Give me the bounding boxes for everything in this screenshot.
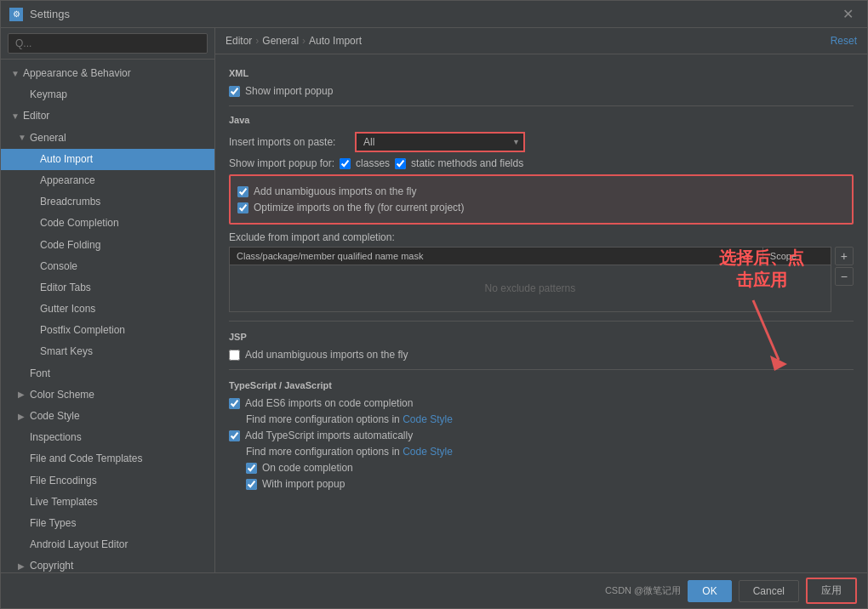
sidebar-item-copyright[interactable]: ▶ Copyright (1, 555, 214, 572)
sidebar-item-android-layout-editor[interactable]: Android Layout Editor (1, 534, 214, 555)
sidebar-item-code-folding[interactable]: Code Folding (1, 235, 214, 256)
java-section-title: Java (229, 115, 854, 125)
sidebar-item-general[interactable]: ▼ General (1, 128, 214, 149)
ts-es6-checkbox[interactable] (229, 398, 240, 409)
ok-button[interactable]: OK (688, 580, 731, 602)
breadcrumb-sep: › (302, 35, 306, 47)
sidebar-item-label: Appearance & Behavior (23, 65, 131, 82)
jsp-add-unambiguous-row: Add unambiguous imports on the fly (229, 349, 854, 361)
table-col2-header: Scope (762, 248, 831, 265)
sidebar-item-postfix-completion[interactable]: Postfix Completion (1, 320, 214, 341)
ts-es6-label[interactable]: Add ES6 imports on code completion (245, 397, 413, 409)
sidebar-item-color-scheme[interactable]: ▶ Color Scheme (1, 384, 214, 406)
cancel-button[interactable]: Cancel (739, 580, 799, 602)
ts-find-config-2: Find more configuration options in (246, 446, 400, 458)
title-bar: ⚙ Settings ✕ (1, 1, 867, 28)
sidebar-item-appearance-behavior[interactable]: ▼ Appearance & Behavior (1, 63, 214, 84)
ts-section: TypeScript / JavaScript Add ES6 imports … (229, 380, 854, 490)
sidebar-item-file-types[interactable]: File Types (1, 513, 214, 534)
ts-code-style-link-2[interactable]: Code Style (403, 446, 453, 458)
jsp-unambiguous-checkbox[interactable] (229, 350, 240, 361)
sidebar-item-auto-import[interactable]: Auto Import (1, 149, 214, 170)
sidebar-item-label: Auto Import (40, 151, 93, 168)
sidebar-item-label: Color Scheme (30, 387, 94, 403)
sidebar-item-label: Appearance (40, 173, 95, 189)
show-popup-for-label: Show import popup for: (229, 157, 334, 169)
sidebar-item-live-templates[interactable]: Live Templates (1, 492, 214, 513)
sidebar-item-label: Console (40, 259, 77, 275)
ts-popup-label[interactable]: With import popup (262, 478, 345, 490)
insert-imports-dropdown[interactable]: All Ask None (355, 132, 525, 152)
settings-window: ⚙ Settings ✕ ▼ Appearance & Behavior Key… (0, 0, 868, 609)
apply-button[interactable]: 应用 (806, 578, 857, 604)
sidebar-item-gutter-icons[interactable]: Gutter Icons (1, 299, 214, 320)
watermark-label: CSDN @微笔记用 (605, 584, 681, 597)
java-unambiguous-label[interactable]: Add unambiguous imports on the fly (254, 185, 416, 197)
ts-section-title: TypeScript / JavaScript (229, 380, 854, 390)
java-add-unambiguous-row: Add unambiguous imports on the fly (237, 185, 845, 197)
xml-show-import-popup-row: Show import popup (229, 85, 854, 97)
ts-popup-checkbox[interactable] (246, 479, 257, 490)
sidebar-item-appearance[interactable]: Appearance (1, 170, 214, 191)
main-content: ▼ Appearance & Behavior Keymap ▼ Editor … (1, 28, 867, 572)
sidebar-item-breadcrumbs[interactable]: Breadcrumbs (1, 191, 214, 213)
sidebar-item-editor-tabs[interactable]: Editor Tabs (1, 277, 214, 299)
java-classes-checkbox[interactable] (340, 158, 351, 169)
sidebar-item-font[interactable]: Font (1, 363, 214, 384)
java-classes-label[interactable]: classes (356, 157, 390, 169)
search-input[interactable] (8, 33, 208, 54)
sidebar-item-label: File Types (30, 515, 76, 532)
xml-show-popup-checkbox[interactable] (229, 86, 240, 97)
sidebar-item-label: General (30, 130, 66, 146)
sidebar-item-inspections[interactable]: Inspections (1, 427, 214, 448)
sidebar-item-label: Android Layout Editor (30, 537, 128, 553)
ts-find-config-2-row: Find more configuration options in Code … (246, 446, 854, 458)
add-pattern-button[interactable]: + (835, 247, 854, 265)
jsp-unambiguous-label[interactable]: Add unambiguous imports on the fly (245, 349, 408, 361)
java-optimize-row: Optimize imports on the fly (for current… (237, 202, 845, 213)
java-static-checkbox[interactable] (395, 158, 406, 169)
java-jsp-divider (229, 321, 854, 322)
java-optimize-checkbox[interactable] (237, 202, 248, 213)
expand-icon: ▼ (11, 110, 20, 123)
close-button[interactable]: ✕ (837, 4, 859, 24)
java-optimize-label[interactable]: Optimize imports on the fly (for current… (254, 202, 464, 213)
expand-icon: ▶ (18, 410, 26, 424)
sidebar-item-label: Breadcrumbs (40, 194, 100, 210)
sidebar-item-label: File and Code Templates (30, 451, 143, 467)
sidebar-item-console[interactable]: Console (1, 256, 214, 277)
sidebar-item-file-code-templates[interactable]: File and Code Templates (1, 448, 214, 470)
sidebar-item-code-completion[interactable]: Code Completion (1, 213, 214, 234)
sidebar-item-label: Gutter Icons (40, 301, 95, 317)
exclude-table: Class/package/member qualified name mask… (229, 247, 831, 312)
sidebar-item-smart-keys[interactable]: Smart Keys (1, 341, 214, 362)
xml-show-popup-label[interactable]: Show import popup (245, 85, 333, 97)
java-fly-options-box: Add unambiguous imports on the fly Optim… (229, 174, 854, 225)
ts-code-style-link-1[interactable]: Code Style (403, 413, 453, 425)
sidebar-item-keymap[interactable]: Keymap (1, 84, 214, 105)
sidebar-item-editor[interactable]: ▼ Editor (1, 105, 214, 127)
breadcrumb-sep: › (255, 35, 259, 47)
sidebar-item-code-style[interactable]: ▶ Code Style (1, 406, 214, 427)
java-unambiguous-checkbox[interactable] (237, 186, 248, 197)
ts-auto-checkbox[interactable] (229, 430, 240, 441)
window-title: Settings (30, 8, 837, 20)
ts-auto-label[interactable]: Add TypeScript imports automatically (245, 430, 413, 441)
ts-on-completion-checkbox[interactable] (246, 463, 257, 474)
java-static-label[interactable]: static methods and fields (411, 157, 523, 169)
expand-icon: ▼ (11, 67, 20, 81)
no-patterns-row: No exclude patterns (230, 265, 831, 312)
sidebar-item-label: Postfix Completion (40, 322, 125, 339)
ts-on-completion-label[interactable]: On code completion (262, 462, 353, 474)
panel-header: Editor › General › Auto Import Reset (215, 28, 867, 54)
sidebar-item-label: Font (30, 366, 50, 382)
remove-pattern-button[interactable]: − (835, 267, 854, 286)
ts-find-config-1: Find more configuration options in (246, 413, 400, 425)
right-panel: Editor › General › Auto Import Reset XML… (215, 28, 867, 572)
ts-add-typescript-row: Add TypeScript imports automatically (229, 430, 854, 441)
sidebar-item-label: Keymap (30, 87, 67, 103)
xml-java-divider (229, 105, 854, 106)
panel-body: XML Show import popup Java Insert import… (215, 54, 867, 572)
reset-button[interactable]: Reset (831, 35, 857, 47)
sidebar-item-file-encodings[interactable]: File Encodings (1, 470, 214, 492)
